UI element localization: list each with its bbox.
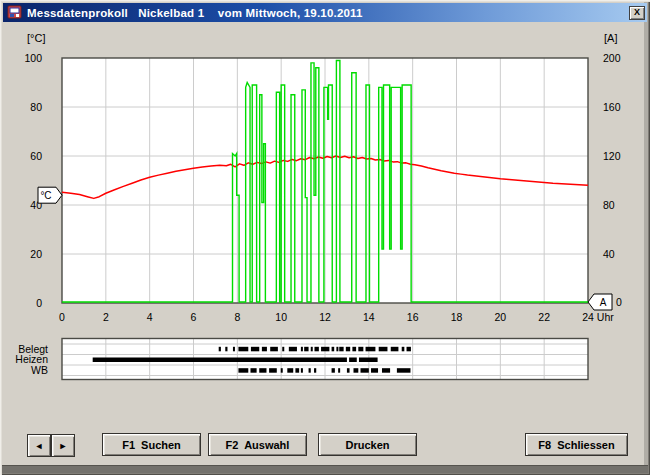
- svg-text:80: 80: [603, 199, 615, 211]
- left-axis-unit-label: [°C]: [27, 32, 45, 44]
- celsius-marker: °C: [38, 187, 62, 203]
- svg-text:10: 10: [275, 311, 287, 323]
- svg-text:40: 40: [603, 248, 615, 260]
- strip-row-label-heizen: Heizen: [15, 353, 48, 365]
- svg-text:160: 160: [603, 101, 621, 113]
- plot-frame: [62, 58, 588, 303]
- ampere-marker: A0: [588, 294, 622, 310]
- svg-text:100: 100: [24, 52, 42, 64]
- svg-text:120: 120: [603, 150, 621, 162]
- title-bar: Messdatenprokoll Nickelbad 1 vom Mittwoc…: [3, 3, 647, 22]
- measurement-chart: [°C][A]020406080100408012016020002468101…: [0, 0, 650, 430]
- svg-text:0: 0: [59, 311, 65, 323]
- strip-frame: [62, 339, 588, 380]
- svg-text:22: 22: [538, 311, 550, 323]
- x-axis-ticks: 024681012141618202224 Uhr: [59, 311, 614, 323]
- strip-row-label-wb: WB: [31, 364, 48, 376]
- svg-text:14: 14: [363, 311, 375, 323]
- window-title: Messdatenprokoll Nickelbad 1 vom Mittwoc…: [27, 7, 629, 19]
- plot-area: [62, 58, 588, 303]
- svg-text:4: 4: [147, 311, 153, 323]
- svg-text:16: 16: [407, 311, 419, 323]
- svg-text:°C: °C: [40, 190, 51, 201]
- svg-text:18: 18: [451, 311, 463, 323]
- right-axis-ticks: 4080120160200: [603, 52, 621, 260]
- svg-text:6: 6: [191, 311, 197, 323]
- svg-text:200: 200: [603, 52, 621, 64]
- f8-schliessen-button[interactable]: F8 Schliessen: [525, 433, 628, 456]
- f2-auswahl-button[interactable]: F2 Auswahl: [208, 433, 307, 456]
- right-axis-unit-label: [A]: [604, 32, 617, 44]
- svg-text:0: 0: [36, 297, 42, 309]
- svg-text:40: 40: [30, 199, 42, 211]
- svg-text:80: 80: [30, 101, 42, 113]
- app-icon: [7, 5, 23, 20]
- previous-day-button[interactable]: ◄: [27, 434, 51, 457]
- current-series: [62, 60, 588, 302]
- strip-bars-wb: [238, 368, 410, 373]
- f1-suchen-button[interactable]: F1 Suchen: [102, 433, 201, 456]
- next-day-button[interactable]: ►: [51, 434, 75, 457]
- svg-text:0: 0: [616, 296, 622, 308]
- svg-text:2: 2: [103, 311, 109, 323]
- svg-text:A: A: [600, 297, 607, 308]
- svg-text:20: 20: [30, 248, 42, 260]
- app-window: Messdatenprokoll Nickelbad 1 vom Mittwoc…: [0, 0, 650, 475]
- drucken-button[interactable]: Drucken: [318, 433, 417, 456]
- strip-bars-belegt: [219, 347, 411, 352]
- temperature-series: [62, 156, 588, 198]
- strip-bars-heizen: [93, 358, 378, 363]
- strip-panel: [62, 339, 588, 380]
- strip-row-label-belegt: Belegt: [18, 343, 48, 355]
- svg-text:20: 20: [494, 311, 506, 323]
- svg-text:12: 12: [319, 311, 331, 323]
- svg-text:60: 60: [30, 150, 42, 162]
- grid: [62, 58, 588, 303]
- close-icon[interactable]: X: [629, 6, 645, 20]
- left-axis-ticks: 020406080100: [24, 52, 42, 309]
- svg-text:24 Uhr: 24 Uhr: [582, 311, 614, 323]
- strip-grid: [62, 339, 588, 380]
- svg-text:8: 8: [234, 311, 240, 323]
